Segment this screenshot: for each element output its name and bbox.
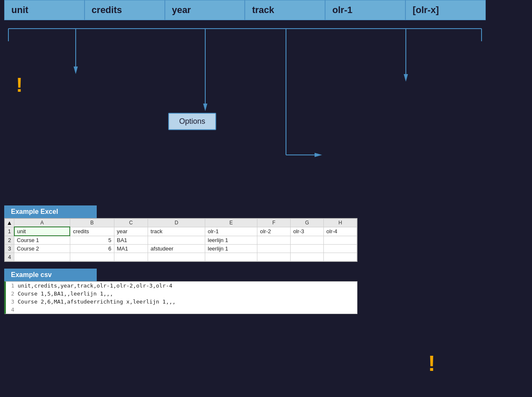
excel-cell-4h[interactable] <box>324 253 357 261</box>
csv-linenum-1: 1 <box>6 282 18 289</box>
excel-cell-3b[interactable]: 6 <box>70 245 114 253</box>
csv-content-3: Course 2,6,MA1,afstudeerrichting x,leerl… <box>18 298 176 305</box>
excel-cell-3g[interactable] <box>291 245 324 253</box>
excel-col-a: A <box>14 219 70 227</box>
warning-icon-bottom: ! <box>428 351 435 376</box>
excel-cell-2c[interactable]: BA1 <box>114 236 148 245</box>
excel-cell-4a[interactable] <box>14 253 70 261</box>
excel-table: ▲ A B C D E F G H 1 unit cre <box>5 218 357 261</box>
excel-cell-2d[interactable] <box>148 236 205 245</box>
excel-label: Example Excel <box>4 205 97 218</box>
excel-cell-1e[interactable]: olr-1 <box>205 227 257 236</box>
csv-section: Example csv 1 unit,credits,year,track,ol… <box>4 262 532 314</box>
csv-line-1: 1 unit,credits,year,track,olr-1,olr-2,ol… <box>6 282 357 290</box>
excel-col-e: E <box>205 219 257 227</box>
bottom-area: Example Excel ▲ A B C D E F G H <box>4 205 532 314</box>
excel-rownum-3: 3 <box>5 245 14 253</box>
header-track: track <box>245 0 325 20</box>
csv-line-2: 2 Course 1,5,BA1,,leerlijn 1,,, <box>6 290 357 298</box>
excel-col-g: G <box>291 219 324 227</box>
excel-cell-1b[interactable]: credits <box>70 227 114 236</box>
header-credits: credits <box>85 0 165 20</box>
excel-row-1: 1 unit credits year track olr-1 olr-2 ol… <box>5 227 357 236</box>
excel-cell-1g[interactable]: olr-3 <box>291 227 324 236</box>
excel-col-b: B <box>70 219 114 227</box>
csv-linenum-2: 2 <box>6 290 18 297</box>
svg-marker-4 <box>74 67 78 74</box>
excel-cell-2b[interactable]: 5 <box>70 236 114 245</box>
excel-row-4: 4 <box>5 253 357 261</box>
excel-row-3: 3 Course 2 6 MA1 afstudeer leerlijn 1 <box>5 245 357 253</box>
diagram-area: ! Options <box>4 20 486 201</box>
excel-cell-2e[interactable]: leerlijn 1 <box>205 236 257 245</box>
svg-marker-6 <box>203 104 207 111</box>
excel-cell-4f[interactable] <box>257 253 291 261</box>
excel-col-d: D <box>148 219 205 227</box>
excel-col-h: H <box>324 219 357 227</box>
csv-linenum-3: 3 <box>6 298 18 305</box>
excel-cell-4d[interactable] <box>148 253 205 261</box>
excel-cell-2f[interactable] <box>257 236 291 245</box>
excel-cell-1h[interactable]: olr-4 <box>324 227 357 236</box>
excel-cell-1f[interactable]: olr-2 <box>257 227 291 236</box>
excel-cell-4g[interactable] <box>291 253 324 261</box>
excel-col-f: F <box>257 219 291 227</box>
excel-cell-1a[interactable]: unit <box>14 227 70 236</box>
header-row: unit credits year track olr-1 [olr-x] <box>4 0 486 20</box>
diagram-svg <box>4 20 486 201</box>
svg-marker-9 <box>315 153 322 157</box>
csv-content-2: Course 1,5,BA1,,leerlijn 1,,, <box>18 290 113 297</box>
excel-table-container: ▲ A B C D E F G H 1 unit cre <box>4 218 357 262</box>
options-box[interactable]: Options <box>168 113 216 130</box>
excel-rownum-1: 1 <box>5 227 14 236</box>
csv-line-4: 4 <box>6 306 357 314</box>
excel-cell-3h[interactable] <box>324 245 357 253</box>
header-unit: unit <box>4 0 85 20</box>
excel-cell-4c[interactable] <box>114 253 148 261</box>
excel-cell-3a[interactable]: Course 2 <box>14 245 70 253</box>
header-olr1: olr-1 <box>325 0 405 20</box>
excel-rownum-2: 2 <box>5 236 14 245</box>
excel-cell-2a[interactable]: Course 1 <box>14 236 70 245</box>
excel-cell-3d[interactable]: afstudeer <box>148 245 205 253</box>
excel-cell-4e[interactable] <box>205 253 257 261</box>
excel-cell-1d[interactable]: track <box>148 227 205 236</box>
excel-cell-1c[interactable]: year <box>114 227 148 236</box>
header-year: year <box>165 0 245 20</box>
excel-rownum-4: 4 <box>5 253 14 261</box>
csv-container: 1 unit,credits,year,track,olr-1,olr-2,ol… <box>4 281 357 314</box>
csv-content-1: unit,credits,year,track,olr-1,olr-2,olr-… <box>18 282 172 289</box>
excel-cell-3e[interactable]: leerlijn 1 <box>205 245 257 253</box>
excel-corner: ▲ <box>5 219 14 227</box>
svg-marker-11 <box>404 74 408 82</box>
excel-section: Example Excel ▲ A B C D E F G H <box>4 205 532 262</box>
header-olrx: [olr-x] <box>405 0 486 20</box>
excel-cell-3c[interactable]: MA1 <box>114 245 148 253</box>
excel-cell-4b[interactable] <box>70 253 114 261</box>
excel-cell-3f[interactable] <box>257 245 291 253</box>
csv-line-3: 3 Course 2,6,MA1,afstudeerrichting x,lee… <box>6 298 357 306</box>
excel-cell-2h[interactable] <box>324 236 357 245</box>
warning-icon-top: ! <box>16 75 23 95</box>
excel-row-2: 2 Course 1 5 BA1 leerlijn 1 <box>5 236 357 245</box>
excel-col-c: C <box>114 219 148 227</box>
excel-cell-2g[interactable] <box>291 236 324 245</box>
csv-linenum-4: 4 <box>6 306 18 313</box>
csv-label: Example csv <box>4 269 97 281</box>
